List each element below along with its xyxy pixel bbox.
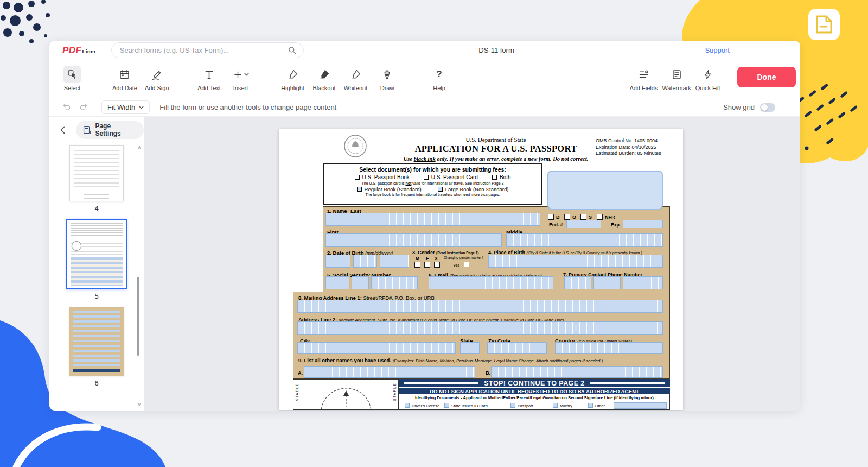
collapse-sidebar-button[interactable] xyxy=(60,126,65,134)
military-label: Military xyxy=(560,403,572,408)
identifying-documents-row: Driver's License State Issued ID Card Pa… xyxy=(399,401,670,410)
both-checkbox[interactable] xyxy=(492,175,497,180)
search-input[interactable] xyxy=(111,42,304,58)
tool-add-text[interactable]: Add Text xyxy=(197,66,221,91)
passport-checkbox[interactable] xyxy=(510,403,515,408)
thumbnails-scrollbar[interactable] xyxy=(137,277,139,356)
passport-book-checkbox[interactable] xyxy=(355,175,360,180)
support-link[interactable]: Support xyxy=(705,46,730,54)
gender-x-checkbox[interactable] xyxy=(434,262,440,268)
tool-label: Insert xyxy=(233,85,248,91)
ssn-part1-field[interactable] xyxy=(326,276,349,289)
end-number-field[interactable] xyxy=(566,220,601,228)
thumbnail-preview xyxy=(71,257,123,286)
zip-field[interactable] xyxy=(487,342,547,354)
zoom-value: Fit Width xyxy=(107,103,135,111)
logo-pdf-text: PDF xyxy=(62,45,82,56)
dob-year-field[interactable] xyxy=(380,255,409,268)
other-name-a-field[interactable] xyxy=(304,366,475,378)
tool-insert[interactable]: Insert xyxy=(229,66,253,91)
stop-banner: STOP! CONTINUE TO PAGE 2 xyxy=(399,379,670,387)
regular-book-checkbox[interactable] xyxy=(357,187,362,192)
ssn-part3-field[interactable] xyxy=(371,276,418,289)
zoom-mode-select[interactable]: Fit Width xyxy=(101,100,150,114)
tool-quick-fill[interactable]: Quick Fill xyxy=(695,66,720,91)
tool-draw[interactable]: Draw xyxy=(375,66,399,91)
thumbnail-preview xyxy=(71,223,123,237)
address1-field[interactable] xyxy=(297,300,663,313)
tool-add-date[interactable]: Add Date xyxy=(112,66,137,91)
endorsement-o-label: O xyxy=(572,214,576,220)
tool-select[interactable]: Select xyxy=(60,66,84,91)
other-label: Other xyxy=(595,403,605,408)
tool-help[interactable]: ? Help xyxy=(427,66,451,91)
first-name-field[interactable] xyxy=(326,234,502,247)
show-grid-toggle[interactable] xyxy=(760,103,775,112)
dob-month-field[interactable] xyxy=(326,255,350,268)
page-settings-label: Page Settings xyxy=(95,122,137,137)
address2-field[interactable] xyxy=(297,321,663,335)
phone-line-field[interactable] xyxy=(623,276,663,289)
exp-field[interactable] xyxy=(623,220,663,228)
document-title: DS-11 form xyxy=(478,46,514,54)
document-canvas: U.S. Department of State APPLICATION FOR… xyxy=(144,117,800,411)
tool-whiteout[interactable]: Whiteout xyxy=(344,66,368,91)
tool-blackout[interactable]: Blackout xyxy=(312,66,336,91)
done-button[interactable]: Done xyxy=(737,67,796,87)
state-id-checkbox[interactable] xyxy=(444,403,449,408)
fields-list-icon xyxy=(638,69,649,80)
page-thumbnail-6[interactable] xyxy=(69,307,124,376)
pob-field[interactable] xyxy=(488,255,663,268)
email-field[interactable] xyxy=(429,276,553,289)
large-fillable-field[interactable] xyxy=(547,171,663,210)
large-book-checkbox[interactable] xyxy=(438,187,443,192)
name-last-field[interactable] xyxy=(326,213,540,226)
state-field[interactable] xyxy=(460,342,480,354)
endorsement-nfr-label: NFR xyxy=(605,214,615,220)
redo-button[interactable] xyxy=(76,101,90,114)
scroll-down-arrow[interactable]: ∨ xyxy=(137,402,141,407)
middle-name-field[interactable] xyxy=(506,234,663,247)
drivers-license-checkbox[interactable] xyxy=(405,403,410,408)
phone-prefix-field[interactable] xyxy=(593,276,621,289)
other-id-field[interactable] xyxy=(614,402,667,409)
page-settings-button[interactable]: Page Settings xyxy=(76,121,144,139)
search-icon[interactable] xyxy=(287,45,297,55)
page-thumbnail-5-selected[interactable] xyxy=(66,219,127,289)
gender-yes-checkbox[interactable] xyxy=(464,262,469,267)
other-checkbox[interactable] xyxy=(588,403,593,408)
country-field[interactable] xyxy=(555,342,663,354)
dob-day-field[interactable] xyxy=(353,255,377,268)
tool-highlight[interactable]: Highlight xyxy=(281,66,305,91)
passport-card-checkbox[interactable] xyxy=(424,175,429,180)
gender-mfx-labels: MFX xyxy=(416,256,438,261)
endorsement-s-checkbox[interactable] xyxy=(580,214,586,220)
fee-note-1: The U.S. passport card is not valid for … xyxy=(324,181,541,185)
alignment-seal-mark xyxy=(293,380,399,410)
ssn-part2-field[interactable] xyxy=(352,276,369,289)
whiteout-icon xyxy=(350,69,361,80)
military-checkbox[interactable] xyxy=(553,403,558,408)
tool-watermark[interactable]: Watermark xyxy=(662,66,691,91)
gender-m-checkbox[interactable] xyxy=(414,262,420,268)
page-number: 5 xyxy=(94,292,98,300)
endorsement-d-checkbox[interactable] xyxy=(548,214,554,220)
gender-f-checkbox[interactable] xyxy=(424,262,430,268)
city-field[interactable] xyxy=(297,342,456,354)
endorsement-o-checkbox[interactable] xyxy=(564,214,570,220)
tool-add-fields[interactable]: Add Fields xyxy=(629,66,658,91)
phone-area-field[interactable] xyxy=(564,276,591,289)
other-name-b-field[interactable] xyxy=(491,366,663,378)
toggle-knob xyxy=(761,104,768,111)
tool-add-sign[interactable]: Add Sign xyxy=(145,66,169,91)
undo-button[interactable] xyxy=(60,101,73,114)
pdfliner-logo[interactable]: PDF Liner xyxy=(62,45,96,56)
thumbnail-preview xyxy=(74,150,119,190)
endorsement-nfr-checkbox[interactable] xyxy=(597,214,603,220)
other-name-a-label: A. xyxy=(298,370,303,376)
page-thumbnail-4[interactable] xyxy=(69,145,124,201)
chevron-down-icon xyxy=(244,73,249,76)
form-title: APPLICATION FOR A U.S. PASSPORT xyxy=(360,143,631,154)
tool-label: Add Sign xyxy=(145,85,169,91)
tool-label: Draw xyxy=(380,85,394,91)
